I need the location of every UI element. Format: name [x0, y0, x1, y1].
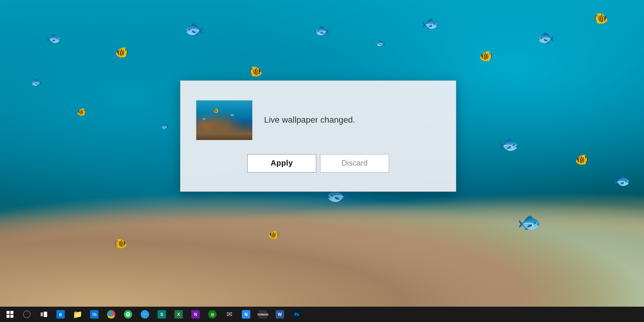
cortana-icon [22, 310, 31, 319]
twitter-button[interactable]: 🐦 [136, 307, 153, 322]
start-button[interactable] [2, 307, 18, 322]
excel-icon: X [174, 310, 183, 319]
file-explorer-button[interactable]: 📁 [69, 307, 86, 322]
sonos-icon: SONOS [258, 310, 268, 319]
edge-dev-button[interactable]: N [238, 307, 255, 322]
dialog-button-group: Apply Discard [247, 154, 389, 172]
word-button[interactable]: W [271, 307, 288, 322]
photoshop-icon: Ps [292, 310, 301, 319]
discard-button[interactable]: Discard [320, 154, 389, 172]
mail-button[interactable]: ✉ [221, 307, 238, 322]
store-button[interactable]: 🛍 [86, 307, 103, 322]
sway-button[interactable]: S [153, 307, 170, 322]
spotify-button[interactable] [120, 307, 136, 322]
xbox-button[interactable]: ⊛ [204, 307, 221, 322]
onenote-icon: N [191, 310, 200, 319]
live-wallpaper-dialog: 🐠 🐟 🐟 Live wallpaper changed. Apply Disc… [180, 80, 456, 192]
cortana-button[interactable] [18, 307, 35, 322]
sonos-button[interactable]: SONOS [255, 307, 271, 322]
onenote-button[interactable]: N [187, 307, 204, 322]
thumbnail-preview: 🐠 🐟 🐟 [196, 100, 252, 140]
edge2-icon: N [242, 310, 251, 319]
photoshop-button[interactable]: Ps [288, 307, 305, 322]
folder-icon: 📁 [73, 310, 82, 319]
edge-button[interactable]: e [52, 307, 69, 322]
spotify-icon [123, 310, 133, 319]
store-icon: 🛍 [90, 310, 99, 319]
word-icon: W [275, 310, 284, 319]
edge-icon: e [56, 310, 65, 319]
mail-icon: ✉ [225, 310, 234, 319]
taskbar: e 📁 🛍 🐦 [0, 307, 644, 322]
apply-button[interactable]: Apply [247, 154, 316, 172]
dialog-content-area: 🐠 🐟 🐟 Live wallpaper changed. [196, 100, 440, 140]
taskview-button[interactable] [35, 307, 52, 322]
wallpaper-thumbnail: 🐠 🐟 🐟 [196, 100, 253, 140]
chrome-button[interactable] [103, 307, 120, 322]
chrome-icon [107, 310, 116, 319]
sway-icon: S [157, 310, 166, 319]
xbox-icon: ⊛ [208, 310, 217, 319]
twitter-icon: 🐦 [140, 310, 150, 319]
dialog-message-text: Live wallpaper changed. [264, 115, 355, 125]
taskview-icon [39, 310, 48, 319]
coral-decoration [0, 192, 644, 307]
windows-logo-icon [5, 310, 15, 319]
excel-button[interactable]: X [170, 307, 187, 322]
